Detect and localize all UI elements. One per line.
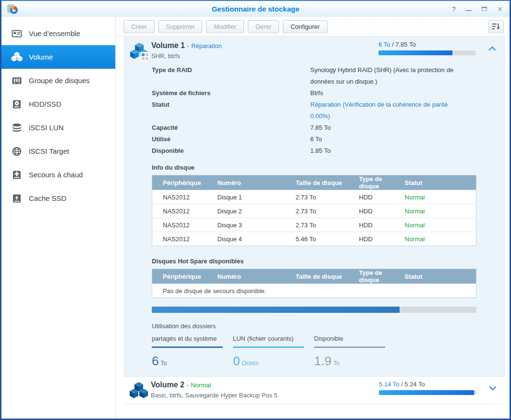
manage-button[interactable]: Gérer bbox=[248, 20, 279, 33]
table-row[interactable]: NAS2012Disque 45.46 ToHDDNormal bbox=[152, 232, 476, 246]
expand-chevron-down-icon[interactable] bbox=[488, 384, 497, 393]
volume2-title: Volume 2 bbox=[151, 381, 184, 389]
sidebar-item-disk-group[interactable]: Groupe de disques bbox=[1, 69, 115, 92]
volume2-header: Volume 2 - Normal Basic, btrfs, Sauvegar… bbox=[124, 377, 505, 402]
hot-spare-icon bbox=[11, 169, 23, 181]
hot-spare-title: Disques Hot Spare disponibles bbox=[152, 258, 504, 265]
configure-button[interactable]: Configurer bbox=[283, 20, 328, 33]
volume-icon bbox=[11, 51, 23, 62]
volume1-used: 6 To bbox=[378, 41, 390, 48]
detail-row: Type de RAIDSynology Hybrid RAID (SHR) (… bbox=[152, 64, 504, 87]
iscsi-lun-icon bbox=[11, 122, 23, 134]
usage-separator: / bbox=[392, 41, 394, 48]
legend-rule bbox=[314, 346, 385, 348]
disk-info-title: Info du disque bbox=[152, 164, 504, 171]
volume1-usage: 6 To / 7.85 To bbox=[378, 41, 475, 55]
disk-info-table: Périphérique Numéro Taille de disque Typ… bbox=[152, 175, 476, 246]
sidebar-item-iscsi-lun[interactable]: iSCSI LUN bbox=[1, 116, 115, 139]
collapse-chevron-up-icon[interactable] bbox=[488, 44, 497, 53]
close-icon[interactable]: ✕ bbox=[497, 6, 503, 12]
detail-row: Capacité7.85 To bbox=[152, 122, 504, 134]
volume1-total: 7.85 To bbox=[395, 41, 415, 48]
create-button[interactable]: Créer bbox=[123, 20, 155, 33]
titlebar: Gestionnaire de stockage ? ✕ bbox=[1, 1, 510, 17]
volume1-status: Réparation bbox=[191, 42, 222, 49]
volume1-title: Volume 1 bbox=[151, 41, 185, 49]
sidebar-item-label: Cache SSD bbox=[29, 194, 66, 202]
toolbar: Créer Supprimer Modifier Gérer Configure… bbox=[116, 17, 510, 37]
volume2-usage: 5.14 To / 5.24 To bbox=[379, 381, 476, 395]
volume-list: Volume 1 - Réparation SHR, btrfs 6 To / … bbox=[116, 37, 510, 419]
sort-button[interactable] bbox=[488, 20, 504, 33]
sidebar-item-label: Secours à chaud bbox=[29, 171, 83, 179]
sidebar-item-label: HDD/SSD bbox=[29, 100, 61, 108]
detail-row: StatutRéparation (Vérification de la coh… bbox=[152, 99, 504, 122]
sidebar-item-volume[interactable]: Volume bbox=[1, 45, 115, 69]
legend-rule bbox=[233, 346, 304, 348]
table-row[interactable]: NAS2012Disque 22.73 ToHDDNormal bbox=[152, 204, 476, 218]
table-row[interactable]: NAS2012Disque 32.73 ToHDDNormal bbox=[152, 218, 476, 232]
volume1-cubes-icon bbox=[129, 41, 149, 62]
sidebar: Vue d’ensemble Volume Groupe de disques bbox=[1, 17, 116, 419]
volume2-card[interactable]: Volume 2 - Normal Basic, btrfs, Sauvegar… bbox=[124, 377, 505, 404]
legend-lun: LUN (fichier courants) 0Octets bbox=[233, 320, 304, 369]
usage-separator: / bbox=[401, 381, 403, 388]
volume2-used: 5.14 To bbox=[379, 381, 399, 388]
volume2-progress-bar bbox=[379, 390, 476, 395]
detail-row: Utilisé6 To bbox=[152, 134, 504, 145]
volume1-card: Volume 1 - Réparation SHR, btrfs 6 To / … bbox=[124, 37, 505, 377]
repair-badge-icon bbox=[140, 52, 149, 61]
delete-button[interactable]: Supprimer bbox=[158, 20, 203, 33]
minimize-icon[interactable] bbox=[466, 7, 472, 11]
storage-manager-app-icon bbox=[6, 3, 19, 15]
ssd-cache-icon bbox=[11, 193, 23, 204]
page-title: Gestionnaire de stockage bbox=[1, 5, 510, 13]
detail-row: Disponible1.85 To bbox=[152, 145, 504, 157]
hot-spare-table: Périphérique Numéro Taille de disque Typ… bbox=[152, 269, 476, 298]
sidebar-item-hot-spare[interactable]: Secours à chaud bbox=[1, 163, 115, 186]
content-area: Créer Supprimer Modifier Gérer Configure… bbox=[116, 17, 510, 419]
sidebar-item-iscsi-target[interactable]: iSCSI Target bbox=[1, 139, 115, 163]
table-row[interactable]: NAS2012Disque 12.73 ToHDDNormal bbox=[152, 190, 476, 204]
legend-rule bbox=[152, 346, 223, 348]
volume1-dash: - bbox=[187, 42, 189, 49]
volume2-status: Normal bbox=[191, 382, 211, 389]
maximize-icon[interactable] bbox=[482, 7, 487, 11]
legend-available: Disponible 1.9To bbox=[314, 320, 385, 369]
volume2-dash: - bbox=[186, 382, 188, 389]
volume1-details: Type de RAIDSynology Hybrid RAID (SHR) (… bbox=[124, 62, 504, 376]
table-header-row: Périphérique Numéro Taille de disque Typ… bbox=[152, 269, 476, 284]
sidebar-item-label: Volume bbox=[29, 53, 53, 61]
help-icon[interactable]: ? bbox=[452, 6, 456, 12]
legend-shared-folders: Utilisation des dossiers partagés et du … bbox=[152, 320, 223, 369]
overview-icon bbox=[11, 28, 23, 39]
sidebar-item-label: iSCSI Target bbox=[29, 147, 69, 155]
window-controls: ? ✕ bbox=[452, 1, 503, 17]
sort-icon bbox=[492, 23, 500, 30]
volume1-progress-bar bbox=[378, 50, 475, 55]
sidebar-item-overview[interactable]: Vue d’ensemble bbox=[1, 22, 115, 45]
sidebar-item-hdd-ssd[interactable]: HDD/SSD bbox=[1, 92, 115, 116]
detail-row: Système de fichiersBtrfs bbox=[152, 87, 504, 99]
sidebar-item-label: Groupe de disques bbox=[29, 76, 90, 85]
volume1-header[interactable]: Volume 1 - Réparation SHR, btrfs 6 To / … bbox=[124, 37, 504, 62]
volume2-total: 5.24 To bbox=[404, 381, 425, 388]
table-row-empty: Pas de disque de secours disponible. bbox=[152, 284, 476, 298]
volume2-cubes-icon bbox=[129, 381, 149, 401]
modify-button[interactable]: Modifier bbox=[206, 20, 243, 33]
sidebar-item-label: iSCSI LUN bbox=[29, 124, 64, 132]
sidebar-item-ssd-cache[interactable]: Cache SSD bbox=[1, 186, 115, 210]
disk-group-icon bbox=[11, 75, 23, 86]
sidebar-item-label: Vue d’ensemble bbox=[29, 29, 80, 37]
storage-manager-window: Gestionnaire de stockage ? ✕ Vue d’ensem… bbox=[0, 0, 511, 420]
usage-legend: Utilisation des dossiers partagés et du … bbox=[152, 320, 476, 369]
volume1-usage-bar bbox=[152, 307, 476, 313]
hdd-icon bbox=[11, 99, 23, 110]
table-header-row: Périphérique Numéro Taille de disque Typ… bbox=[152, 175, 476, 190]
iscsi-target-icon bbox=[11, 146, 23, 157]
